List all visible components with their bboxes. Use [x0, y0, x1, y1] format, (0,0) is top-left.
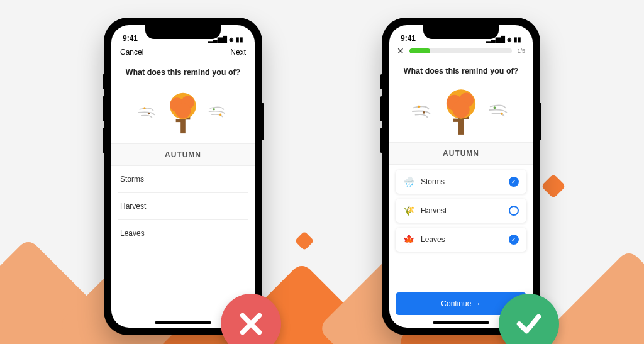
- battery-icon: ▮▮: [236, 36, 243, 43]
- illustration: [111, 80, 255, 143]
- wifi-icon: ◈: [229, 36, 234, 43]
- svg-rect-14: [453, 119, 460, 122]
- phone-mockup-good: 9:41 ▂▄▆█ ◈ ▮▮ ✕ 1/5 What does this remi…: [382, 18, 540, 335]
- home-indicator: [155, 321, 211, 324]
- word-banner: AUTUMN: [389, 142, 533, 165]
- progress-count: 1/5: [517, 48, 525, 54]
- status-time: 9:41: [123, 34, 138, 43]
- svg-point-12: [423, 111, 425, 114]
- option-item[interactable]: Storms: [118, 166, 248, 193]
- option-item[interactable]: Harvest: [118, 193, 248, 220]
- option-card[interactable]: 🌾 Harvest: [396, 199, 526, 223]
- option-item[interactable]: Leaves: [118, 220, 248, 247]
- verdict-badge-good: [499, 294, 559, 344]
- svg-point-10: [219, 114, 221, 116]
- option-label: Storms: [421, 177, 502, 186]
- phone-mockup-bad: 9:41 ▂▄▆█ ◈ ▮▮ Cancel Next What does thi…: [104, 18, 262, 335]
- progress-bar: [409, 48, 512, 53]
- question-text: What does this remind you of?: [111, 59, 255, 80]
- options-list: 🌧️ Storms 🌾 Harvest 🍁 Leaves: [389, 165, 533, 257]
- cancel-button[interactable]: Cancel: [120, 48, 143, 57]
- battery-icon: ▮▮: [514, 36, 521, 43]
- radio-checked[interactable]: [509, 177, 519, 187]
- home-indicator: [433, 321, 489, 324]
- svg-point-0: [143, 107, 145, 109]
- word-banner: AUTUMN: [111, 143, 255, 166]
- svg-point-21: [501, 113, 503, 115]
- svg-rect-3: [176, 119, 182, 122]
- verdict-badge-bad: [221, 294, 281, 344]
- check-icon: [514, 309, 543, 338]
- option-label: Leaves: [421, 235, 502, 244]
- status-time: 9:41: [401, 34, 416, 43]
- next-button[interactable]: Next: [230, 48, 246, 57]
- wind-icon: [208, 103, 229, 121]
- options-list: Storms Harvest Leaves: [111, 166, 255, 247]
- radio-checked[interactable]: [509, 235, 519, 245]
- svg-point-8: [175, 103, 191, 119]
- option-label: Harvest: [421, 206, 502, 215]
- svg-point-20: [494, 106, 496, 109]
- svg-point-19: [452, 101, 469, 118]
- illustration: [389, 79, 533, 142]
- tree-icon: [165, 89, 201, 135]
- question-text: What does this remind you of?: [389, 58, 533, 79]
- tree-icon: [441, 86, 481, 136]
- svg-point-9: [213, 108, 215, 110]
- close-button[interactable]: ✕: [397, 47, 404, 55]
- option-card[interactable]: 🌧️ Storms: [396, 170, 526, 194]
- svg-point-11: [418, 105, 420, 108]
- wind-icon: [411, 101, 435, 120]
- storm-icon: 🌧️: [403, 176, 414, 187]
- wifi-icon: ◈: [507, 36, 512, 43]
- option-card[interactable]: 🍁 Leaves: [396, 228, 526, 252]
- wind-icon: [487, 101, 511, 120]
- wind-icon: [137, 103, 158, 121]
- svg-point-1: [148, 113, 150, 114]
- leaf-icon: 🍁: [403, 234, 414, 245]
- cross-icon: [236, 309, 265, 338]
- radio-unchecked[interactable]: [509, 206, 519, 216]
- harvest-icon: 🌾: [403, 205, 414, 216]
